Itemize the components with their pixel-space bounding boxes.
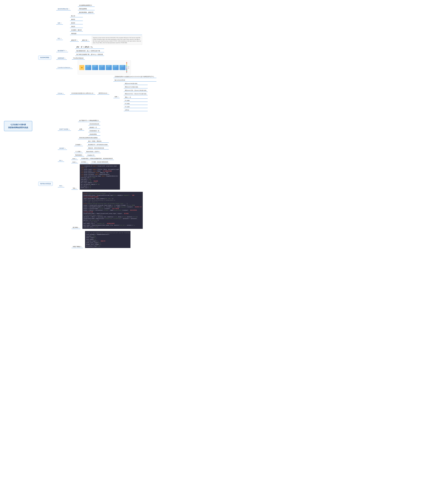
expand-dot-icon[interactable] [62,160,63,161]
exp-value[interactable]: 直接全部训练，区别不大 [85,150,101,153]
expand-dot-icon[interactable] [88,40,89,40]
expand-dot-icon[interactable] [61,38,61,39]
expand-dot-icon[interactable] [93,93,94,93]
vgg-summary[interactable]: 五组卷积层和3个全连接层,16=2+2+3+3+3+3,这个结构应该牢记于心。 [113,75,157,78]
build-label[interactable]: 建立网络 [71,226,80,229]
cnn-structure-label[interactable]: 结构 [56,21,63,25]
transfer-steps-label[interactable]: 步骤 [78,128,84,131]
cnn-features-label[interactable]: 特点 [56,37,63,40]
expand-dot-icon[interactable] [65,148,66,149]
dot-icon [126,67,127,67]
step-item[interactable]: 原任务的训练任务 [88,123,100,126]
trick2a[interactable]: 交叉验证 [80,161,89,163]
load-label[interactable]: 加载扩增数据 [71,245,83,248]
param-solution[interactable]: 可以用全局池化层 [72,57,85,60]
vgg-layer[interactable]: 两层conv3-512,一层conv1-512,最大池化 [124,93,148,95]
fish-code-label[interactable]: 代码 [58,184,64,187]
fish-trick-label[interactable]: trick [58,159,64,162]
fish-transfer-label[interactable]: 迁移学习的思路 [58,128,71,131]
expand-dot-icon[interactable] [76,162,77,162]
build-code-block: print('Loading InceptionV3 Weights ...')… [82,192,143,229]
transfer-reason[interactable]: 由于重新学习一个网络参数量巨大 [78,119,100,122]
structure-item[interactable]: 卷积层 [70,18,83,21]
expand-dot-icon[interactable] [81,247,82,247]
expand-dot-icon[interactable] [82,155,83,156]
output-depth[interactable]: 输出图像的深度，是上一层神经元的个数 [75,50,104,52]
routine-label[interactable]: 正经套路 [74,144,83,146]
cnn-output-label[interactable]: 输出图像尺寸 [56,49,68,52]
vgg-layer[interactable]: FC-4096 [124,99,148,102]
feature-calc[interactable]: 参数计算 [81,39,90,42]
step-item[interactable]: 移除最后一层 [88,126,100,129]
cnn-arch-row: ConvNet Architecture 🐱 conv1 conv2 conv3… [56,60,156,74]
pretrain-label[interactable]: 预训练模型 [74,154,84,157]
expand-dot-icon[interactable] [65,58,65,59]
vgg-common[interactable]: 最常用VGG16 [97,92,109,95]
expand-dot-icon[interactable] [82,129,83,129]
trick1-value[interactable]: 对原图作测试，对变换后的图像再测试，然后根据结果投票 [80,157,114,160]
cnn-structure-row: 结构 输入层 卷积层 激活层 池化层 全连接层，输出层 [56,15,156,32]
vgg-struct-label[interactable]: 结构 [113,95,120,98]
exp-label[interactable]: 个人经验 [74,150,83,153]
routine-item[interactable]: 最后一层替换，重新训练 [87,140,109,143]
pretrain-value[interactable]: Inception-V3 [86,154,95,156]
expand-dot-icon[interactable] [63,93,64,94]
expand-dot-icon[interactable] [76,159,77,159]
expand-dot-icon[interactable] [107,93,108,93]
vgg-layer[interactable]: 两层conv3-128,最大池化 [124,86,148,89]
fish-title[interactable]: 海洋鱼分类实战 [38,182,53,186]
cnn-title[interactable]: 卷积神经网络 [38,55,51,60]
routine-item[interactable]: 继续往前，直到全部训练完成 [87,147,109,149]
expand-dot-icon[interactable] [69,9,69,9]
expand-dot-icon[interactable] [66,50,67,51]
history-item[interactable]: 局部连接网络 [78,8,95,10]
expand-dot-icon[interactable] [81,151,82,152]
history-item[interactable]: 卷积神经网络，参数共享 [78,11,95,14]
transfer-items: 由于重新学习一个网络参数量巨大 步骤 原任务的训练任务 移除最后一层 添加新的最… [78,119,100,139]
feature-local[interactable]: 局部连接 [70,32,142,35]
expand-dot-icon[interactable] [77,40,78,40]
expand-dot-icon[interactable] [62,186,63,186]
feature-share[interactable]: 参数共享 [70,39,79,42]
expand-dot-icon[interactable] [78,227,79,228]
cnn-arch-label[interactable]: ConvNet Architecture [56,66,73,69]
expand-dot-icon[interactable] [71,67,71,68]
structure-item[interactable]: 输入层 [70,15,83,17]
root-node[interactable]: 七月在线CV2第4课 深度卷积网络原理与实战 [4,121,32,131]
trick1-label[interactable]: trick1 [71,158,78,160]
expand-dot-icon[interactable] [118,96,118,97]
structure-item[interactable]: 全连接层，输出层 [70,29,83,32]
fish-practice-label[interactable]: 实际操作 [58,147,67,150]
structure-item[interactable]: 池化层 [70,25,83,28]
trick2-row: trick2 交叉验证 5个模型，然后进行模型的投票 [71,161,114,163]
expand-dot-icon[interactable] [69,129,70,130]
vgg-input[interactable]: 输入224x224RGB [113,79,157,82]
vgg-desc[interactable]: VGG比较出名的是VGG-16和VGG-19 [70,92,95,95]
transfer-steps-list: 原任务的训练任务 移除最后一层 添加新的最后一层 训练新的网络 [88,123,100,136]
expand-dot-icon[interactable] [61,23,61,23]
output-params[interactable]: 每个神经元的参数个数，是FxFx上一层的深度 [75,53,104,56]
vgg-layer[interactable]: 两层conv3-256,一层conv1-256,最大池化 [124,89,148,92]
step-item[interactable]: 训练新的网络 [88,133,100,136]
expand-dot-icon[interactable] [81,144,82,145]
structure-item[interactable]: 激活层 [70,22,83,24]
trick2b[interactable]: 5个模型，然后进行模型的投票 [90,161,109,163]
cnn-vgg-label[interactable]: VGGnet [56,92,65,95]
vgg-layer[interactable]: 重复上一层 [124,96,148,99]
import-label[interactable]: 导包 [71,187,78,190]
expand-dot-icon[interactable] [87,162,87,162]
step-item[interactable]: 添加新的最后一层 [88,130,100,132]
vgg-layer[interactable]: softmax [124,109,148,111]
cnn-history-label[interactable]: 卷积神经网络历程 [56,7,71,11]
vgg-layer[interactable]: FC-1000 [124,106,148,108]
history-item[interactable]: 全连接网络参数量巨大 [78,4,95,7]
transfer-constraint[interactable]: 目标任务必须和原任务比较相似 [78,137,100,139]
arch-diagram-image: 🐱 conv1 conv2 conv3 conv4 conv5 conv6 [78,60,131,74]
trick2-label[interactable]: trick2 [71,161,78,163]
vgg-layer[interactable]: FC-4096 [124,103,148,105]
cnn-param-label[interactable]: 参数量激增 [56,57,67,60]
vgg-struct-row: 结构 两层conv3-64,最大池化 两层conv3-128,最大池化 两层co… [113,82,157,111]
vgg-layer[interactable]: 两层conv3-64,最大池化 [124,82,148,85]
expand-dot-icon[interactable] [76,188,76,189]
routine-item[interactable]: 最后两层打开，把可训练部分往前推 [87,144,109,146]
